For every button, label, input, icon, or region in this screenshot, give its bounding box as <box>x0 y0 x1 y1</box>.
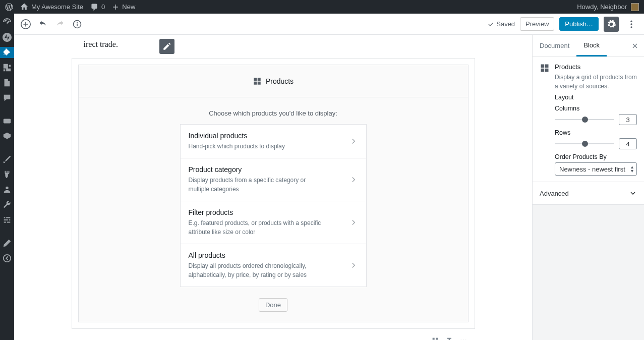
check-icon <box>487 21 494 28</box>
new-content-link[interactable]: New <box>112 3 135 11</box>
toggle-settings-button[interactable] <box>604 17 619 32</box>
svg-rect-20 <box>541 65 545 68</box>
comments-link[interactable]: 0 <box>90 3 105 11</box>
svg-rect-5 <box>77 23 78 26</box>
sidebar-item-posts[interactable] <box>0 47 14 58</box>
sidebar-item-settings[interactable] <box>0 214 14 225</box>
wrench-icon <box>3 200 12 209</box>
svg-rect-12 <box>258 81 261 84</box>
redo-icon <box>55 19 65 29</box>
wordpress-icon <box>5 3 13 11</box>
columns-label: Columns <box>555 105 637 112</box>
block-header: Products <box>79 65 468 97</box>
block-text-style[interactable] <box>444 335 455 340</box>
grid-small-icon <box>431 336 439 340</box>
home-icon <box>20 3 28 11</box>
columns-value[interactable]: 3 <box>619 114 637 125</box>
howdy-greeting[interactable]: Howdy, Neighbor <box>577 3 627 11</box>
block-vis-toggle[interactable] <box>430 335 441 340</box>
order-select[interactable]: Newness - newest first ▴▾ <box>555 162 637 176</box>
more-options-button[interactable] <box>624 17 639 32</box>
sidebar-item-edit[interactable] <box>0 238 14 249</box>
panel-block-desc: Display a grid of products from a variet… <box>555 73 637 91</box>
publish-button[interactable]: Publish… <box>559 17 599 31</box>
editor-canvas[interactable]: irect trade. Products Choose which produ… <box>14 35 532 340</box>
sidebar-item-collapse[interactable] <box>0 253 14 264</box>
option-all-products[interactable]: All productsDisplay all products ordered… <box>181 244 366 287</box>
svg-point-1 <box>4 255 11 262</box>
plus-circle-icon <box>20 19 31 30</box>
plug-icon <box>3 170 12 179</box>
block-title: Products <box>266 77 294 85</box>
grid-icon <box>540 63 550 73</box>
svg-point-4 <box>77 22 78 23</box>
option-filter-products[interactable]: Filter productsE.g. featured products, o… <box>181 201 366 244</box>
dashboard-icon <box>3 18 12 27</box>
svg-point-7 <box>630 23 632 25</box>
user-icon <box>3 185 12 194</box>
preview-button[interactable]: Preview <box>520 17 554 31</box>
columns-slider[interactable] <box>555 119 614 120</box>
sidebar-item-plugins[interactable] <box>0 169 14 180</box>
pencil-icon <box>162 42 171 51</box>
panel-block-name: Products <box>555 63 637 71</box>
undo-button[interactable] <box>36 18 49 31</box>
rows-label: Rows <box>555 129 637 136</box>
editor-topbar: Saved Preview Publish… <box>14 14 644 35</box>
chevron-down-icon <box>629 189 637 197</box>
comment-solid-icon <box>3 93 12 102</box>
grid-icon <box>253 77 262 86</box>
saved-status: Saved <box>487 20 515 28</box>
sidebar-item-users[interactable] <box>0 184 14 195</box>
wp-logo[interactable] <box>5 3 13 11</box>
rows-value[interactable]: 4 <box>619 138 637 149</box>
tab-document[interactable]: Document <box>533 35 576 56</box>
rows-slider[interactable] <box>555 143 614 144</box>
sidebar-item-dashboard[interactable] <box>0 17 14 28</box>
svg-point-6 <box>630 20 632 22</box>
tab-block[interactable]: Block <box>576 35 607 56</box>
jetpack-icon <box>3 33 12 42</box>
done-button: Done <box>259 298 287 312</box>
site-name-link[interactable]: My Awesome Site <box>20 3 83 11</box>
comment-icon <box>90 3 98 11</box>
svg-rect-23 <box>545 69 549 72</box>
svg-rect-0 <box>4 119 11 124</box>
block-edit-toolbar[interactable] <box>159 39 174 54</box>
block-actions <box>72 335 475 340</box>
settings-panel: Document Block Products Display a grid o… <box>532 35 644 340</box>
block-prompt: Choose which products you'd like to disp… <box>79 97 468 124</box>
svg-rect-9 <box>254 78 257 81</box>
more-horizontal-icon <box>459 336 467 340</box>
close-panel-button[interactable] <box>626 35 644 56</box>
brush-icon <box>3 155 12 164</box>
sidebar-item-woocommerce[interactable] <box>0 116 14 127</box>
select-arrows-icon: ▴▾ <box>631 165 633 173</box>
avatar[interactable] <box>631 3 639 11</box>
info-icon <box>72 19 82 29</box>
svg-rect-13 <box>432 338 434 340</box>
paragraph-block[interactable]: irect trade. <box>72 40 475 49</box>
products-block-wrapper: Products Choose which products you'd lik… <box>72 58 475 329</box>
more-vertical-icon <box>626 19 636 29</box>
gear-icon <box>606 19 616 29</box>
option-product-category[interactable]: Product categoryDisplay products from a … <box>181 158 366 201</box>
sidebar-item-products[interactable] <box>0 131 14 142</box>
add-block-button[interactable] <box>19 18 32 31</box>
block-more[interactable] <box>458 335 469 340</box>
sidebar-item-jetpack[interactable] <box>0 32 14 43</box>
sidebar-item-appearance[interactable] <box>0 154 14 165</box>
woo-icon <box>3 117 12 126</box>
sidebar-item-comments[interactable] <box>0 92 14 103</box>
advanced-section[interactable]: Advanced <box>533 182 644 205</box>
site-name: My Awesome Site <box>31 3 83 11</box>
sidebar-item-media[interactable] <box>0 62 14 73</box>
svg-point-8 <box>630 26 632 28</box>
pencil-icon <box>3 239 12 248</box>
content-structure-button[interactable] <box>71 18 84 31</box>
close-icon <box>631 42 639 50</box>
chevron-right-icon <box>349 175 358 184</box>
sidebar-item-tools[interactable] <box>0 199 14 210</box>
option-individual-products[interactable]: Individual productsHand-pick which produ… <box>181 125 366 158</box>
sidebar-item-pages[interactable] <box>0 77 14 88</box>
